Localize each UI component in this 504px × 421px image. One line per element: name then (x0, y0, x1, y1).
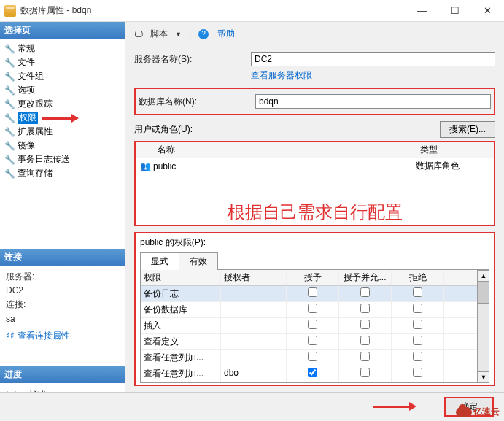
dropdown-icon[interactable]: ▼ (175, 31, 182, 38)
perm-name: 查看任意列加... (141, 366, 221, 382)
help-button[interactable]: 帮助 (217, 28, 235, 40)
users-grid-header: 名称 类型 (136, 142, 494, 158)
col-permission: 权限 (141, 270, 221, 285)
deny-checkbox[interactable] (413, 368, 422, 377)
right-panel: 🖵 脚本 ▼ | ? 帮助 服务器名称(S): 查看服务器权限 数据库名称(N)… (125, 22, 504, 392)
view-server-perm-link[interactable]: 查看服务器权限 (251, 69, 495, 82)
perm-grantor: dbo (221, 366, 287, 382)
with-grant-checkbox[interactable] (360, 352, 370, 361)
deny-checkbox[interactable] (413, 320, 422, 329)
perm-grantor (221, 302, 287, 317)
server-name-input[interactable] (251, 52, 495, 66)
maximize-button[interactable]: ☐ (438, 0, 471, 22)
page-icon: 🔧 (4, 44, 15, 54)
minimize-button[interactable]: — (406, 0, 438, 22)
deny-checkbox[interactable] (413, 336, 422, 345)
grant-checkbox[interactable] (308, 336, 317, 345)
db-name-input[interactable] (255, 94, 491, 109)
server-value: DC2 (6, 284, 119, 298)
nav-files[interactable]: 🔧文件 (0, 55, 125, 69)
nav-filegroups[interactable]: 🔧文件组 (0, 69, 125, 83)
user-row[interactable]: 👥 public 数据库角色 (136, 158, 494, 174)
col-deny: 拒绝 (392, 270, 444, 285)
perm-grantor (221, 318, 287, 333)
annotation-arrow-icon (373, 403, 416, 410)
nav-permissions[interactable]: 🔧权限 (0, 111, 125, 125)
grant-checkbox[interactable] (308, 287, 317, 297)
with-grant-checkbox[interactable] (360, 336, 370, 345)
view-conn-props-link[interactable]: ♯♯查看连接属性 (6, 329, 119, 343)
perm-name: 插入 (141, 318, 221, 333)
col-name: 名称 (153, 142, 416, 158)
scroll-up-icon[interactable]: ▲ (478, 270, 489, 282)
perm-grantor (221, 286, 287, 301)
page-icon: 🔧 (4, 72, 15, 82)
nav-query-store[interactable]: 🔧查询存储 (0, 166, 125, 180)
dialog-footer: 确定 亿速云 (0, 392, 504, 421)
annotation-arrow-icon (42, 115, 79, 122)
perm-row[interactable]: 查看定义 (141, 334, 477, 350)
with-grant-checkbox[interactable] (360, 368, 370, 377)
permissions-block: public 的权限(P): 显式 有效 权限 授权者 授予 授予并允... 拒… (134, 232, 495, 386)
perm-table-header: 权限 授权者 授予 授予并允... 拒绝 (141, 270, 477, 286)
perm-row[interactable]: 备份日志 (141, 286, 477, 302)
grant-checkbox[interactable] (308, 304, 317, 313)
scrollbar[interactable]: ▲ ▼ (478, 270, 489, 383)
nav-extended-props[interactable]: 🔧扩展属性 (0, 125, 125, 139)
perm-row[interactable]: 备份数据库 (141, 302, 477, 318)
help-icon: ? (198, 29, 209, 39)
perm-row[interactable]: 查看任意列加...dbo (141, 366, 477, 382)
nav-general[interactable]: 🔧常规 (0, 42, 125, 55)
users-label: 用户或角色(U): (134, 123, 435, 136)
col-type: 类型 (416, 142, 494, 158)
close-button[interactable]: ✕ (471, 0, 504, 22)
page-icon: 🔧 (4, 169, 15, 179)
deny-checkbox[interactable] (413, 352, 422, 361)
grant-checkbox[interactable] (308, 320, 317, 329)
scroll-down-icon[interactable]: ▼ (478, 371, 489, 383)
page-icon: 🔧 (4, 127, 15, 137)
with-grant-checkbox[interactable] (360, 320, 370, 329)
progress-header: 进度 (0, 366, 125, 383)
col-with-grant: 授予并允... (339, 270, 392, 285)
perm-row[interactable]: 插入 (141, 318, 477, 334)
grant-checkbox[interactable] (308, 368, 317, 377)
perm-name: 备份数据库 (141, 302, 221, 317)
search-button[interactable]: 搜索(E)... (440, 121, 495, 138)
users-grid[interactable]: 名称 类型 👥 public 数据库角色 根据自己需求自行配置 (134, 141, 495, 226)
with-grant-checkbox[interactable] (360, 287, 370, 297)
window-title: 数据库属性 - bdqn (20, 4, 406, 17)
page-icon: 🔧 (4, 85, 15, 96)
conn-value: sa (6, 312, 119, 326)
server-label: 服务器: (6, 270, 119, 284)
col-grant: 授予 (287, 270, 339, 285)
perm-grantor (221, 334, 287, 349)
window-buttons: — ☐ ✕ (406, 0, 504, 22)
cloud-icon (456, 407, 472, 417)
nav-mirroring[interactable]: 🔧镜像 (0, 139, 125, 152)
role-icon: 👥 (140, 161, 153, 171)
deny-checkbox[interactable] (413, 287, 422, 297)
perm-tabs: 显式 有效 (140, 252, 489, 270)
server-name-label: 服务器名称(S): (134, 53, 251, 66)
nav-options[interactable]: 🔧选项 (0, 83, 125, 97)
nav-log-shipping[interactable]: 🔧事务日志传送 (0, 152, 125, 166)
scroll-thumb[interactable] (478, 282, 489, 304)
nav-change-tracking[interactable]: 🔧更改跟踪 (0, 97, 125, 111)
with-grant-checkbox[interactable] (360, 304, 370, 313)
grant-checkbox[interactable] (308, 352, 317, 361)
script-button[interactable]: 脚本 (150, 28, 168, 40)
tab-effective[interactable]: 有效 (179, 252, 218, 270)
perm-row[interactable]: 查看任意列加... (141, 350, 477, 366)
tab-explicit[interactable]: 显式 (140, 252, 179, 270)
db-name-highlight: 数据库名称(N): (134, 88, 495, 115)
connection-info: 服务器: DC2 连接: sa ♯♯查看连接属性 (0, 266, 125, 347)
db-name-label: 数据库名称(N): (139, 96, 255, 108)
title-bar: 数据库属性 - bdqn — ☐ ✕ (0, 0, 504, 22)
watermark: 亿速云 (456, 406, 500, 418)
deny-checkbox[interactable] (413, 304, 422, 313)
perm-name: 查看定义 (141, 334, 221, 349)
properties-icon: ♯♯ (6, 331, 15, 341)
conn-label: 连接: (6, 298, 119, 312)
perm-table: 权限 授权者 授予 授予并允... 拒绝 备份日志备份数据库插入查看定义查看任意… (140, 270, 478, 383)
